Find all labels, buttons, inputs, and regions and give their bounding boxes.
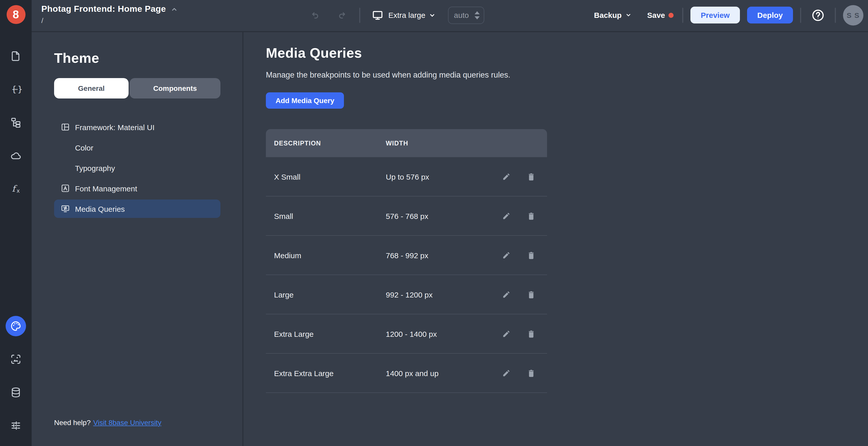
row-actions	[501, 171, 547, 182]
help-row: Need help?Visit 8base University	[54, 418, 161, 426]
pages-icon[interactable]	[4, 39, 28, 72]
zoom-input[interactable]: auto	[448, 6, 484, 24]
svg-text:x: x	[17, 188, 20, 194]
delete-button[interactable]	[526, 368, 536, 378]
undo-icon[interactable]	[309, 9, 320, 21]
edit-button[interactable]	[501, 329, 511, 339]
main-content: Media Queries Manage the breakpoints to …	[243, 32, 868, 446]
edit-button[interactable]	[501, 250, 511, 260]
help-icon[interactable]	[811, 8, 825, 22]
edit-button[interactable]	[501, 289, 511, 299]
framework-icon	[60, 122, 70, 132]
theme-section-list: Framework: Material UIColorTypographyFon…	[54, 118, 220, 220]
collapse-chevron-up-icon[interactable]	[170, 5, 178, 13]
project-title-block: Photag Frontend: Home Page /	[41, 4, 178, 25]
tab-components[interactable]: Components	[130, 78, 220, 98]
table-row: Extra Extra Large1400 px and up	[266, 354, 547, 393]
font-management-icon	[60, 183, 70, 193]
add-media-query-button[interactable]: Add Media Query	[266, 92, 344, 109]
chevron-down-icon[interactable]	[428, 11, 436, 19]
cell-description: Large	[266, 290, 386, 299]
delete-icon	[526, 368, 536, 378]
tab-general[interactable]: General	[54, 78, 129, 98]
theme-palette-icon[interactable]	[4, 309, 28, 342]
edit-icon	[501, 329, 511, 339]
edit-button[interactable]	[501, 368, 511, 378]
delete-icon	[526, 171, 536, 182]
functions-icon[interactable]: fx	[4, 172, 28, 205]
backup-menu[interactable]: Backup	[592, 11, 633, 20]
delete-icon	[526, 329, 536, 339]
chevron-down-icon	[625, 12, 632, 19]
cell-width: 1200 - 1400 px	[386, 329, 501, 338]
divider	[835, 7, 836, 23]
canvas-controls: Extra large auto	[309, 0, 484, 30]
media-queries-icon	[60, 203, 70, 214]
stepper-arrows[interactable]	[474, 11, 479, 19]
column-header-description: DESCRIPTION	[266, 139, 386, 147]
page-title: Media Queries	[266, 45, 868, 61]
code-icon[interactable]: {}	[4, 72, 28, 106]
preview-button[interactable]: Preview	[691, 7, 740, 24]
assets-image-icon[interactable]	[4, 342, 28, 376]
breadcrumb: /	[41, 16, 178, 25]
sidebar-item-media-queries[interactable]: Media Queries	[54, 199, 220, 218]
edit-button[interactable]	[501, 171, 511, 182]
sidebar-item-color[interactable]: Color	[54, 138, 220, 157]
edit-icon	[501, 368, 511, 378]
deploy-button[interactable]: Deploy	[747, 7, 793, 24]
delete-icon	[526, 211, 536, 221]
sidebar-item-font-management[interactable]: Font Management	[54, 179, 220, 197]
redo-icon[interactable]	[337, 9, 348, 21]
delete-button[interactable]	[526, 171, 536, 182]
rail-top-group: {}fx	[4, 39, 28, 205]
delete-icon	[526, 289, 536, 299]
divider	[683, 7, 684, 23]
delete-button[interactable]	[526, 289, 536, 299]
zoom-value: auto	[454, 11, 474, 20]
table-row: Small576 - 768 px	[266, 196, 547, 236]
cell-description: Medium	[266, 251, 386, 259]
save-label: Save	[647, 11, 665, 20]
device-monitor-icon[interactable]	[371, 9, 384, 21]
icon-rail: 8 {}fx	[0, 0, 32, 446]
edit-icon	[501, 289, 511, 299]
delete-button[interactable]	[526, 211, 536, 221]
sidebar-item-label: Color	[75, 143, 93, 152]
column-header-width: WIDTH	[386, 139, 547, 147]
sidebar-item-label: Font Management	[75, 184, 137, 193]
avatar[interactable]: S S	[843, 5, 863, 25]
sidebar-item-typography[interactable]: Typography	[54, 159, 220, 177]
cell-width: 992 - 1200 px	[386, 290, 501, 299]
row-actions	[501, 250, 547, 260]
theme-panel: Theme GeneralComponents Framework: Mater…	[32, 32, 243, 446]
edit-button[interactable]	[501, 211, 511, 221]
row-actions	[501, 211, 547, 221]
cell-width: Up to 576 px	[386, 172, 501, 181]
project-title: Photag Frontend: Home Page	[41, 4, 166, 14]
panel-title: Theme	[54, 51, 242, 66]
cell-description: Extra Extra Large	[266, 369, 386, 377]
tabs: GeneralComponents	[54, 78, 220, 98]
edit-icon	[501, 250, 511, 260]
components-tree-icon[interactable]	[4, 106, 28, 139]
settings-sliders-icon[interactable]	[4, 409, 28, 442]
university-link[interactable]: Visit 8base University	[93, 418, 161, 426]
cloud-icon[interactable]	[4, 139, 28, 172]
topbar-actions: Backup Save Preview Deploy	[592, 0, 863, 30]
table-header: DESCRIPTIONWIDTH	[266, 129, 547, 157]
cell-description: X Small	[266, 172, 386, 181]
save-button[interactable]: Save	[646, 11, 675, 20]
sidebar-item-label: Media Queries	[75, 204, 125, 213]
unsaved-changes-dot	[669, 12, 674, 18]
database-icon[interactable]	[4, 376, 28, 409]
device-size-label[interactable]: Extra large	[388, 11, 425, 20]
8base-logo-icon[interactable]: 8	[6, 5, 25, 24]
delete-button[interactable]	[526, 250, 536, 260]
delete-button[interactable]	[526, 329, 536, 339]
cell-width: 768 - 992 px	[386, 251, 501, 259]
sidebar-item-framework-material-ui[interactable]: Framework: Material UI	[54, 118, 220, 136]
backup-label: Backup	[594, 11, 622, 20]
page-description: Manage the breakpoints to be used when a…	[266, 70, 868, 79]
sidebar-item-label: Framework: Material UI	[75, 123, 155, 131]
